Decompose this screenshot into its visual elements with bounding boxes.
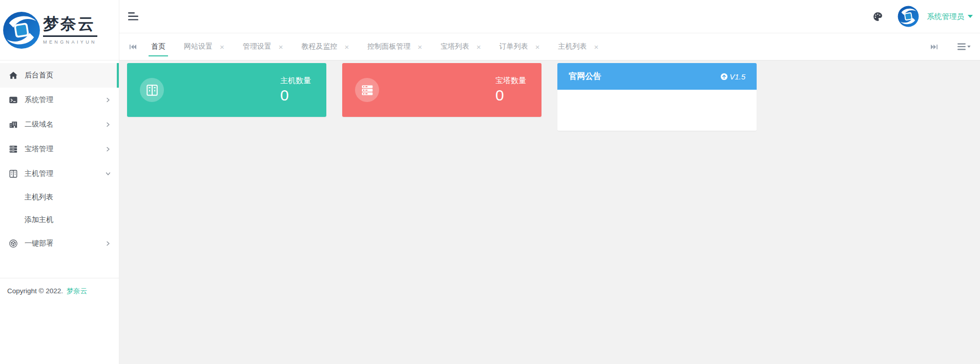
sidebar-subitem-label: 添加主机 (25, 215, 53, 225)
server-stack-icon (8, 145, 18, 154)
sidebar-item-subdomain[interactable]: 二级域名 (0, 112, 119, 137)
tab-label: 控制面板管理 (367, 42, 410, 51)
tab-close-icon[interactable]: × (345, 43, 349, 51)
version-text: V1.5 (729, 72, 745, 81)
sidebar-menu: 后台首页 系统管理 二级域名 (0, 60, 119, 256)
tab-label: 首页 (151, 42, 165, 51)
announcement-header: 官网公告 V1.5 (557, 63, 757, 90)
chevron-right-icon (106, 97, 111, 103)
sidebar-item-label: 二级域名 (25, 120, 53, 129)
announcement-title: 官网公告 (569, 71, 601, 82)
scroll-tabs-start-icon[interactable] (127, 42, 139, 52)
stat-title: 宝塔数量 (495, 76, 526, 86)
copyright-text: Copyright © 2022. (7, 287, 63, 295)
brand-text-block: 梦奈云 MENGNAIYUN (43, 15, 97, 44)
sidebar-subitem-label: 主机列表 (25, 193, 53, 202)
tab-bt-list[interactable]: 宝塔列表 × (431, 33, 490, 60)
sidebar-item-label: 一键部署 (25, 239, 53, 248)
copyright-brand-link[interactable]: 梦奈云 (67, 287, 88, 295)
dashboard-content: 主机数量 0 宝塔数量 0 官网公告 (119, 60, 980, 131)
sidebar-item-host-mgmt[interactable]: 主机管理 (0, 161, 119, 186)
tab-label: 教程及监控 (302, 42, 338, 51)
chevron-right-icon (106, 241, 111, 246)
sidebar-item-one-click-deploy[interactable]: 一键部署 (0, 231, 119, 256)
top-header: 系统管理员 (119, 0, 980, 33)
sidebar: 梦奈云 MENGNAIYUN 后台首页 系统管理 (0, 0, 119, 364)
brand-subtitle: MENGNAIYUN (43, 39, 97, 45)
sidebar-subitem-host-list[interactable]: 主机列表 (0, 186, 119, 209)
tab-label: 网站设置 (184, 42, 213, 51)
main-area: 系统管理员 首页 网站设置 × 管理设置 (119, 0, 980, 131)
tab-home[interactable]: 首页 (142, 33, 175, 60)
tab-close-icon[interactable]: × (220, 43, 224, 51)
brand-logo-link[interactable]: 梦奈云 MENGNAIYUN (0, 0, 119, 60)
caret-down-icon (968, 15, 973, 18)
building-icon (8, 120, 18, 129)
tab-label: 主机列表 (558, 42, 587, 51)
tabbar-actions (928, 42, 971, 52)
menu-fold-icon[interactable] (127, 10, 140, 23)
announcement-card: 官网公告 V1.5 (557, 63, 757, 131)
host-cabinet-icon (140, 78, 164, 102)
header-actions: 系统管理员 (872, 6, 973, 27)
user-name: 系统管理员 (927, 12, 965, 22)
stat-card-bt: 宝塔数量 0 (342, 63, 541, 117)
stat-text-block: 宝塔数量 0 (495, 76, 526, 105)
arrow-up-circle-icon (720, 73, 728, 80)
tab-host-list[interactable]: 主机列表 × (549, 33, 608, 60)
version-badge: V1.5 (720, 72, 745, 81)
user-avatar[interactable] (898, 6, 919, 27)
brand-name: 梦奈云 (43, 15, 97, 33)
tabs-strip: 首页 网站设置 × 管理设置 × 教程及监控 × 控制面板管理 × (142, 33, 608, 60)
tab-close-icon[interactable]: × (418, 43, 422, 51)
palette-icon[interactable] (872, 11, 883, 22)
tab-tutorial-monitor[interactable]: 教程及监控 × (293, 33, 359, 60)
stat-card-hosts: 主机数量 0 (127, 63, 326, 117)
tab-admin-settings[interactable]: 管理设置 × (234, 33, 293, 60)
user-dropdown[interactable]: 系统管理员 (927, 12, 973, 22)
chevron-right-icon (106, 147, 111, 152)
stat-value: 0 (495, 87, 526, 105)
tab-close-icon[interactable]: × (279, 43, 283, 51)
sidebar-item-label: 后台首页 (25, 71, 53, 80)
sidebar-subitem-add-host[interactable]: 添加主机 (0, 209, 119, 231)
tab-label: 订单列表 (499, 42, 528, 51)
stat-title: 主机数量 (280, 76, 311, 86)
chevron-right-icon (106, 122, 111, 127)
tab-bar: 首页 网站设置 × 管理设置 × 教程及监控 × 控制面板管理 × (119, 33, 980, 60)
scroll-tabs-end-icon[interactable] (928, 42, 940, 52)
tab-site-settings[interactable]: 网站设置 × (175, 33, 234, 60)
brand-logo-icon (2, 11, 41, 50)
server-stack-icon (355, 78, 379, 102)
tab-close-icon[interactable]: × (476, 43, 481, 51)
sidebar-item-label: 宝塔管理 (25, 145, 53, 154)
brand-divider (43, 35, 97, 37)
home-icon (8, 71, 18, 80)
stat-value: 0 (280, 87, 311, 105)
app-window: 梦奈云 MENGNAIYUN 后台首页 系统管理 (0, 0, 980, 364)
stat-text-block: 主机数量 0 (280, 76, 311, 105)
terminal-icon (8, 95, 18, 105)
sidebar-item-bt-mgmt[interactable]: 宝塔管理 (0, 137, 119, 161)
sidebar-submenu-host-mgmt: 主机列表 添加主机 (0, 186, 119, 231)
sidebar-item-dashboard[interactable]: 后台首页 (0, 63, 119, 88)
announcement-body (557, 90, 757, 131)
tab-control-panel-mgmt[interactable]: 控制面板管理 × (358, 33, 431, 60)
copyright: Copyright © 2022. 梦奈云 (0, 278, 119, 304)
sidebar-item-label: 主机管理 (25, 169, 53, 178)
sidebar-item-system-mgmt[interactable]: 系统管理 (0, 88, 119, 112)
host-cabinet-icon (8, 169, 18, 178)
tab-label: 宝塔列表 (441, 42, 469, 51)
sidebar-item-label: 系统管理 (25, 95, 53, 105)
chevron-down-icon (106, 171, 111, 176)
tab-close-icon[interactable]: × (594, 43, 599, 51)
tab-close-icon[interactable]: × (535, 43, 540, 51)
tab-options-menu-icon[interactable] (957, 43, 971, 50)
tab-label: 管理设置 (243, 42, 272, 51)
deploy-cube-icon (8, 239, 18, 248)
tab-order-list[interactable]: 订单列表 × (490, 33, 549, 60)
